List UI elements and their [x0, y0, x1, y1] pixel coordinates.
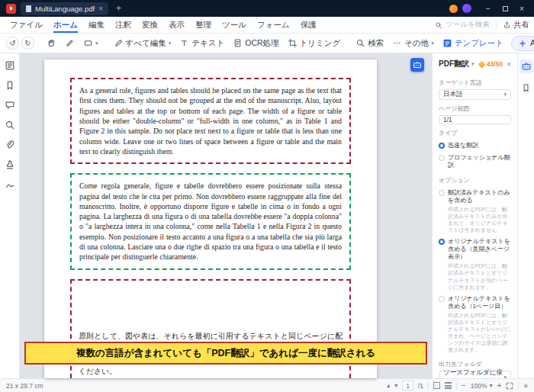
tool-search-input[interactable]: ツールを検索 — [435, 20, 490, 30]
comment-icon — [5, 100, 15, 111]
radio-quick-translate[interactable]: 迅速な翻訳 — [439, 142, 511, 149]
main-area: As a general rule, figures and tables sh… — [0, 53, 534, 378]
menu-item-protect[interactable]: 保護 — [295, 17, 322, 33]
robot-icon — [521, 61, 532, 72]
bookmark-icon — [5, 80, 15, 91]
highlighter-tool-button[interactable] — [62, 36, 78, 51]
radio-option-include-original-single[interactable]: オリジナルテキストを含める（1ページ目） 作成されるPDFには、翻訳済みテキスト… — [439, 295, 511, 354]
radio-option-include-original-spread[interactable]: オリジナルテキストを含める（見開きページ表示） 作成されるPDFには、翻訳済みテ… — [439, 238, 511, 290]
ai-assistant-button[interactable]: AIアシスタント — [511, 36, 534, 51]
panel-caret-icon[interactable]: ▾ — [471, 61, 474, 67]
redo-button[interactable]: ↻ — [21, 37, 34, 50]
search-icon — [435, 21, 442, 29]
share-icon — [503, 21, 511, 29]
credits-count: 43/50 — [487, 60, 503, 68]
document-tab[interactable]: MultiLanguage.pdf × — [21, 2, 108, 15]
radio-option-translated-only[interactable]: 翻訳済みテキストのみを含める 作成されるPDFには、翻訳済みテキストのみが含まれ… — [439, 189, 511, 233]
zoom-out-button[interactable]: − — [462, 381, 466, 390]
text-button[interactable]: テキスト — [176, 36, 227, 51]
menu-item-edit[interactable]: 編集 — [83, 17, 110, 33]
template-button[interactable]: テンプレート — [439, 36, 507, 51]
credits-gem-icon — [478, 60, 485, 68]
new-tab-button[interactable]: + — [113, 3, 124, 14]
undo-button[interactable]: ↺ — [6, 37, 19, 50]
thumbnails-panel-button[interactable] — [4, 59, 15, 71]
pdf-translate-panel: PDF翻訳 ▾ 43/50 × ターゲット言語 日本語 ▾ ページ範囲 1/1 … — [432, 53, 517, 378]
stamp-panel-button[interactable] — [4, 159, 15, 170]
search-button[interactable]: 検索 — [352, 36, 387, 51]
menu-item-file[interactable]: ファイル — [5, 17, 48, 33]
italian-text-block[interactable]: Come regola generale, figure e tabelle d… — [70, 173, 351, 270]
target-language-select[interactable]: 日本語 ▾ — [439, 89, 511, 100]
paperclip-icon — [5, 140, 15, 150]
thumbnails-icon — [5, 60, 15, 71]
ai-assistant-panel-button[interactable] — [520, 59, 533, 73]
ocr-button[interactable]: OCR処理 — [230, 36, 281, 51]
page-down-button[interactable]: ▾ — [394, 382, 397, 389]
page-up-button[interactable]: ▴ — [387, 382, 390, 389]
zoom-level[interactable]: 100% — [471, 382, 487, 390]
maximize-button[interactable] — [499, 5, 511, 13]
collapse-statusbar-icon[interactable]: « — [523, 381, 528, 390]
pdf-page[interactable]: As a general rule, figures and tables sh… — [44, 59, 377, 378]
menu-item-form[interactable]: フォーム — [252, 17, 295, 33]
more-tools-button[interactable]: その他 ▾ — [389, 36, 437, 51]
english-text-block[interactable]: As a general rule, figures and tables sh… — [70, 78, 351, 164]
menu-item-home[interactable]: ホーム — [48, 17, 83, 33]
chevron-down-icon: ▾ — [503, 92, 507, 98]
ai-star-icon — [518, 39, 527, 48]
robot-icon — [412, 59, 423, 70]
bookmark-icon — [521, 83, 531, 93]
page-range-input[interactable]: 1/1 — [439, 115, 511, 124]
zoom-in-button[interactable]: + — [497, 381, 502, 390]
tool-search-placeholder: ツールを検索 — [446, 20, 490, 30]
document-canvas[interactable]: As a general rule, figures and tables sh… — [20, 53, 432, 378]
menu-item-view[interactable]: 表示 — [163, 17, 190, 33]
single-page-view-button[interactable] — [433, 382, 440, 389]
crop-button[interactable]: トリミング — [285, 36, 344, 51]
edit-all-button[interactable]: すべて編集 ▾ — [111, 36, 175, 51]
radio-professional-translate[interactable]: プロフェッショナル翻訳 — [439, 154, 511, 169]
status-bar: 21 x 29.7 cm ▴ ▾ 1 /1 − 100% ▾ + « — [0, 378, 534, 392]
app-logo-icon — [6, 4, 16, 14]
menu-item-convert[interactable]: 変換 — [137, 17, 163, 33]
search-icon — [5, 120, 15, 130]
shape-icon — [83, 38, 93, 48]
hand-tool-button[interactable] — [43, 36, 60, 51]
more-dots-icon — [392, 38, 402, 48]
share-button[interactable]: 共有 — [503, 20, 529, 31]
continuous-view-button[interactable] — [445, 382, 452, 389]
bookmarks-panel-button[interactable] — [4, 79, 15, 91]
search-panel-button[interactable] — [4, 119, 15, 130]
tab-title: MultiLanguage.pdf — [35, 5, 95, 13]
options-label: オプション — [439, 176, 511, 185]
menu-item-tools[interactable]: ツール — [217, 17, 252, 33]
tab-close-icon[interactable]: × — [98, 5, 103, 13]
output-folder-select[interactable]: ソースフォルダに保存 ▾ — [439, 371, 511, 378]
panel-close-icon[interactable]: × — [507, 60, 511, 69]
close-button[interactable]: × — [516, 5, 528, 13]
radio-icon — [439, 296, 445, 302]
ocr-icon — [233, 38, 243, 48]
radio-selected-icon — [439, 143, 445, 149]
page-size-label: 21 x 29.7 cm — [6, 382, 43, 390]
promo-icon[interactable] — [449, 5, 458, 13]
page-range-value: 1/1 — [443, 116, 452, 124]
floating-ai-widget[interactable] — [410, 58, 424, 72]
left-sidebar — [0, 53, 20, 378]
fit-screen-icon[interactable] — [506, 382, 513, 390]
shape-tool-button[interactable]: ▾ — [80, 36, 101, 51]
chevron-down-icon[interactable]: ▾ — [490, 382, 493, 389]
bookmark-tool-button[interactable] — [520, 81, 533, 95]
stamp-icon — [5, 159, 15, 170]
comments-panel-button[interactable] — [4, 99, 15, 111]
menu-item-organize[interactable]: 整理 — [190, 17, 217, 33]
panel-title: PDF翻訳 — [439, 59, 469, 69]
document-icon — [26, 5, 31, 12]
signature-panel-button[interactable] — [4, 178, 15, 190]
minimize-button[interactable]: − — [482, 5, 494, 13]
page-number-input[interactable]: 1 — [402, 381, 413, 390]
avatar[interactable] — [462, 4, 471, 13]
menu-item-comment[interactable]: 注釈 — [110, 17, 137, 33]
attachments-panel-button[interactable] — [4, 139, 15, 150]
